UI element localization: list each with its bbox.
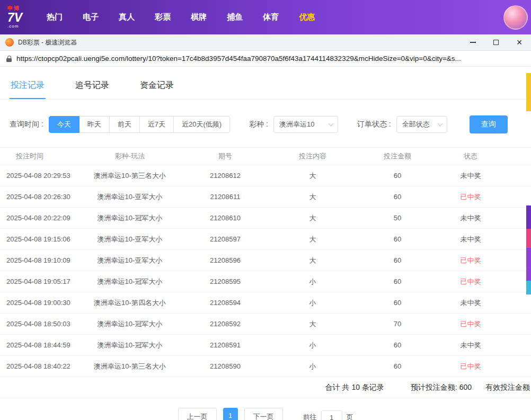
maximize-icon <box>493 40 499 45</box>
tab[interactable]: 投注记录 <box>10 72 46 99</box>
time-filter-option[interactable]: 前天 <box>109 116 140 133</box>
cell-game-play: 澳洲幸运10-冠军大小 <box>79 341 180 350</box>
cell-bet-amount: 60 <box>355 341 440 349</box>
cell-bet-time: 2025-04-08 18:44:59 <box>0 341 79 349</box>
chevron-down-icon <box>437 121 442 127</box>
query-button[interactable]: 查询 <box>470 115 508 133</box>
table-row[interactable]: 2025-04-08 19:15:06 澳洲幸运10-亚军大小 21208597… <box>0 229 531 250</box>
background-page-strip <box>526 229 531 248</box>
table-row[interactable]: 2025-04-08 18:40:22 澳洲幸运10-第三名大小 2120859… <box>0 356 531 377</box>
logo-brand: 7V <box>7 11 22 24</box>
table-row[interactable]: 2025-04-08 20:26:30 澳洲幸运10-亚军大小 21208611… <box>0 186 531 208</box>
cell-bet-content: 小 <box>270 362 355 371</box>
cell-issue-number: 21208595 <box>180 278 270 285</box>
cell-issue-number: 21208590 <box>180 362 270 370</box>
table-header-cell: 投注时间 <box>0 151 79 161</box>
window-controls: × <box>461 34 531 50</box>
background-page-strip <box>526 73 531 111</box>
cell-status: 未中奖 <box>440 171 531 181</box>
table-row[interactable]: 2025-04-08 19:10:09 澳洲幸运10-亚军大小 21208596… <box>0 250 531 271</box>
cell-bet-amount: 60 <box>355 278 440 285</box>
record-tabs: 投注记录追号记录资金记录 <box>0 72 531 100</box>
cell-bet-content: 大 <box>270 319 355 329</box>
table-row[interactable]: 2025-04-08 20:29:53 澳洲幸运10-第三名大小 2120861… <box>0 165 531 186</box>
cell-bet-time: 2025-04-08 18:40:22 <box>0 362 79 370</box>
chevron-down-icon <box>328 121 333 127</box>
site-favicon-icon <box>5 38 14 47</box>
cell-bet-content: 大 <box>270 192 355 202</box>
page-number-current[interactable]: 1 <box>223 408 238 420</box>
lottery-filter-label: 彩种 : <box>249 120 268 129</box>
summary-valid-amount: 有效投注金额 <box>485 383 530 392</box>
cell-game-play: 澳洲幸运10-亚军大小 <box>79 192 180 202</box>
tab[interactable]: 追号记录 <box>74 72 110 99</box>
table-row[interactable]: 2025-04-08 20:22:09 澳洲幸运10-冠军大小 21208610… <box>0 208 531 229</box>
nav-item[interactable]: 体育 <box>263 12 279 22</box>
minimize-button[interactable] <box>461 34 484 50</box>
maximize-button[interactable] <box>484 34 508 50</box>
cell-issue-number: 21208597 <box>180 235 270 243</box>
table-row[interactable]: 2025-04-08 18:44:59 澳洲幸运10-冠军大小 21208591… <box>0 335 531 356</box>
site-logo[interactable]: 申博 7V .com <box>7 6 22 29</box>
browser-urlbar[interactable]: https://ctopcp02pcali.uengi5e.com/lotter… <box>0 51 531 67</box>
cell-bet-content: 大 <box>270 235 355 244</box>
nav-item[interactable]: 电子 <box>83 12 99 22</box>
cell-bet-content: 小 <box>270 341 355 350</box>
cell-bet-time: 2025-04-08 20:29:53 <box>0 172 79 180</box>
time-filter-option[interactable]: 近20天(低频) <box>173 116 230 133</box>
lottery-select-value: 澳洲幸运10 <box>279 120 314 129</box>
summary-estimated-amount: 预计投注金额: 600 <box>411 383 472 392</box>
lottery-select[interactable]: 澳洲幸运10 <box>273 116 338 133</box>
tab[interactable]: 资金记录 <box>139 72 175 99</box>
table-header: 投注时间彩种-玩法期号投注内容投注金额状态 <box>0 147 531 165</box>
nav-item[interactable]: 热门 <box>47 12 63 22</box>
cell-bet-amount: 60 <box>355 193 440 201</box>
next-page-button[interactable]: 下一页 <box>244 408 283 420</box>
cell-status: 已中奖 <box>440 362 531 371</box>
summary-bar: 合计 共 10 条记录 预计投注金额: 600 有效投注金额 <box>0 377 531 398</box>
bet-records-table: 投注时间彩种-玩法期号投注内容投注金额状态 2025-04-08 20:29:5… <box>0 147 531 398</box>
table-row[interactable]: 2025-04-08 19:00:30 澳洲幸运10-第四名大小 2120859… <box>0 292 531 314</box>
window-title: DB彩票 - 极速浏览器 <box>18 38 461 47</box>
goto-page-input[interactable] <box>321 410 342 420</box>
cell-status: 未中奖 <box>440 341 531 350</box>
nav-item[interactable]: 捕鱼 <box>227 12 243 22</box>
cell-game-play: 澳洲幸运10-亚军大小 <box>79 235 180 244</box>
cell-game-play: 澳洲幸运10-冠军大小 <box>79 277 180 287</box>
nav-item[interactable]: 真人 <box>119 12 135 22</box>
background-page-strip <box>526 205 531 229</box>
nav-item[interactable]: 优惠 <box>299 12 315 22</box>
cell-bet-amount: 60 <box>355 235 440 243</box>
time-filter-option[interactable]: 近7天 <box>139 116 174 133</box>
cell-issue-number: 21208610 <box>180 214 270 222</box>
table-header-cell: 投注金额 <box>355 151 440 161</box>
url-text[interactable]: https://ctopcp02pcali.uengi5e.com/lotter… <box>16 55 525 62</box>
cell-bet-amount: 70 <box>355 320 440 328</box>
background-page-strip <box>526 248 531 281</box>
order-status-select[interactable]: 全部状态 <box>396 116 447 133</box>
goto-label: 前往 <box>303 413 317 420</box>
table-header-cell: 彩种-玩法 <box>79 151 180 161</box>
logo-suffix: .com <box>7 24 22 29</box>
cell-bet-amount: 60 <box>355 256 440 264</box>
table-header-cell: 状态 <box>440 151 531 161</box>
cell-status: 未中奖 <box>440 298 531 308</box>
cell-status: 已中奖 <box>440 277 531 287</box>
table-row[interactable]: 2025-04-08 18:50:03 澳洲幸运10-冠军大小 21208592… <box>0 314 531 335</box>
nav-item[interactable]: 棋牌 <box>191 12 207 22</box>
table-row[interactable]: 2025-04-08 19:05:17 澳洲幸运10-冠军大小 21208595… <box>0 271 531 292</box>
nav-item[interactable]: 彩票 <box>155 12 171 22</box>
cell-bet-time: 2025-04-08 19:00:30 <box>0 299 79 307</box>
table-header-cell: 投注内容 <box>270 151 355 161</box>
close-button[interactable]: × <box>508 34 531 50</box>
minimize-icon <box>470 42 476 43</box>
time-filter-option[interactable]: 昨天 <box>79 116 110 133</box>
cell-game-play: 澳洲幸运10-第三名大小 <box>79 362 180 371</box>
table-header-cell: 期号 <box>180 151 270 161</box>
prev-page-button[interactable]: 上一页 <box>178 408 217 420</box>
user-avatar[interactable] <box>503 5 528 30</box>
cell-issue-number: 21208596 <box>180 256 270 264</box>
time-filter-option[interactable]: 今天 <box>49 116 79 133</box>
cell-game-play: 澳洲幸运10-冠军大小 <box>79 319 180 329</box>
time-filter-label: 查询时间 : <box>10 120 43 129</box>
